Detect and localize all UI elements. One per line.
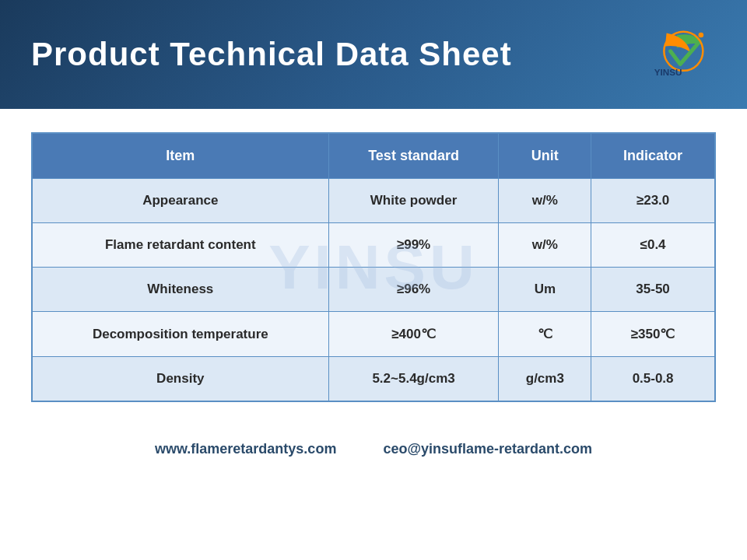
footer: www.flameretardantys.com ceo@yinsuflame-… (0, 425, 747, 473)
svg-point-1 (699, 33, 704, 38)
cell-indicator: ≤0.4 (591, 223, 715, 268)
footer-email: ceo@yinsuflame-retardant.com (383, 441, 592, 457)
footer-links: www.flameretardantys.com ceo@yinsuflame-… (31, 441, 716, 457)
table-row: Decomposition temperature≥400℃℃≥350℃ (32, 312, 715, 357)
col-header-indicator: Indicator (591, 133, 715, 179)
table-row: Density5.2~5.4g/cm3g/cm30.5-0.8 (32, 357, 715, 402)
cell-item: Flame retardant content (32, 223, 328, 268)
table-header-row: Item Test standard Unit Indicator (32, 133, 715, 179)
cell-item: Density (32, 357, 328, 402)
svg-text:YINSU: YINSU (654, 67, 682, 77)
table-row: Flame retardant content≥99%w/%≤0.4 (32, 223, 715, 268)
logo-area: YINSU (638, 27, 716, 82)
cell-test_standard: ≥400℃ (328, 312, 499, 357)
cell-indicator: ≥23.0 (591, 179, 715, 223)
cell-item: Decomposition temperature (32, 312, 328, 357)
table-wrapper: YINSU Item Test standard Unit Indicator … (31, 132, 716, 402)
footer-website: www.flameretardantys.com (155, 441, 336, 457)
table-row: AppearanceWhite powderw/%≥23.0 (32, 179, 715, 223)
cell-test_standard: ≥96% (328, 268, 499, 312)
cell-unit: ℃ (499, 312, 591, 357)
cell-indicator: 0.5-0.8 (591, 357, 715, 402)
cell-indicator: ≥350℃ (591, 312, 715, 357)
page-title: Product Technical Data Sheet (31, 36, 512, 73)
col-header-item: Item (32, 133, 328, 179)
cell-unit: Um (499, 268, 591, 312)
cell-unit: g/cm3 (499, 357, 591, 402)
cell-unit: w/% (499, 223, 591, 268)
page-header: Product Technical Data Sheet YINSU (0, 0, 747, 109)
cell-unit: w/% (499, 179, 591, 223)
cell-test_standard: White powder (328, 179, 499, 223)
cell-test_standard: 5.2~5.4g/cm3 (328, 357, 499, 402)
main-content: YINSU Item Test standard Unit Indicator … (0, 109, 747, 425)
product-data-table: Item Test standard Unit Indicator Appear… (31, 132, 716, 402)
table-row: Whiteness≥96%Um35-50 (32, 268, 715, 312)
col-header-test: Test standard (328, 133, 499, 179)
cell-indicator: 35-50 (591, 268, 715, 312)
yinsu-logo: YINSU (638, 27, 716, 82)
cell-item: Appearance (32, 179, 328, 223)
cell-test_standard: ≥99% (328, 223, 499, 268)
col-header-unit: Unit (499, 133, 591, 179)
cell-item: Whiteness (32, 268, 328, 312)
